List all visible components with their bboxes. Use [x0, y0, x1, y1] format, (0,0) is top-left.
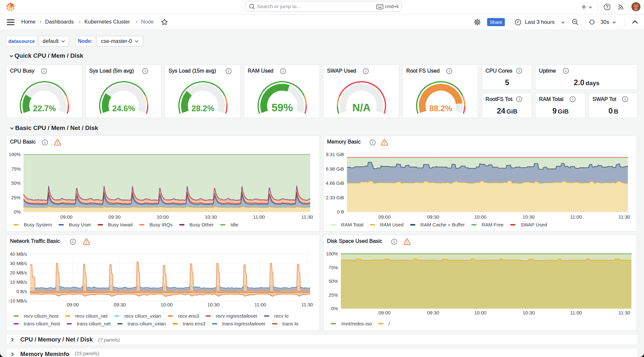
svg-text:recv lo: recv lo	[274, 313, 288, 319]
svg-text:25%: 25%	[11, 195, 21, 200]
svg-text:88.2%: 88.2%	[429, 104, 452, 113]
svg-text:30 MB/s: 30 MB/s	[10, 261, 27, 266]
svg-text:24.6%: 24.6%	[112, 104, 135, 113]
svg-text:100%: 100%	[9, 152, 21, 157]
svg-text:recv cilium_host: recv cilium_host	[24, 313, 59, 319]
svg-text:SWAP Used: SWAP Used	[521, 222, 547, 227]
svg-text:75%: 75%	[329, 265, 338, 270]
svg-text:10:00: 10:00	[474, 214, 486, 220]
svg-text:11:00: 11:00	[570, 310, 582, 315]
svg-text:/: /	[389, 321, 390, 326]
svg-text:trans ingressfailover: trans ingressfailover	[222, 321, 265, 326]
svg-text:09:30: 09:30	[427, 214, 439, 220]
svg-text:59%: 59%	[272, 102, 293, 114]
svg-text:10:00: 10:00	[157, 214, 169, 220]
svg-text:recv cilium_vxlan: recv cilium_vxlan	[124, 313, 161, 319]
svg-text:4.66 GiB: 4.66 GiB	[326, 181, 344, 186]
svg-text:trans cilium_vxlan: trans cilium_vxlan	[128, 321, 166, 326]
svg-text:11:00: 11:00	[570, 214, 582, 220]
svg-text:10:00: 10:00	[474, 310, 486, 315]
svg-text:0 B/s: 0 B/s	[16, 289, 27, 294]
svg-text:09:00: 09:00	[67, 302, 79, 307]
svg-text:0%: 0%	[331, 306, 338, 311]
svg-text:09:30: 09:30	[109, 214, 121, 220]
svg-text:50%: 50%	[329, 279, 338, 284]
svg-text:0%: 0%	[14, 209, 21, 214]
svg-text:100%: 100%	[326, 251, 338, 256]
svg-text:0 B: 0 B	[337, 209, 344, 214]
svg-text:11:00: 11:00	[255, 302, 266, 307]
svg-text:Busy User: Busy User	[69, 222, 91, 227]
svg-text:Busy IRQs: Busy IRQs	[149, 222, 173, 227]
svg-text:RAM Used: RAM Used	[380, 222, 404, 227]
svg-text:RAM Cache + Buffer: RAM Cache + Buffer	[420, 222, 465, 227]
svg-text:11:30: 11:30	[619, 214, 630, 220]
svg-text:10:30: 10:30	[523, 310, 535, 315]
svg-text:11:30: 11:30	[301, 214, 313, 220]
svg-text:2.33 GiB: 2.33 GiB	[326, 195, 344, 200]
svg-text:28.2%: 28.2%	[192, 104, 215, 113]
svg-text:50%: 50%	[11, 181, 21, 186]
svg-text:11:30: 11:30	[301, 302, 313, 307]
svg-text:6.98 GiB: 6.98 GiB	[326, 166, 344, 172]
svg-text:trans cilium_host: trans cilium_host	[24, 321, 60, 326]
svg-text:10:30: 10:30	[207, 302, 220, 307]
svg-text:trans cilium_net: trans cilium_net	[77, 321, 111, 326]
svg-text:/mnt/redos-iso: /mnt/redos-iso	[341, 321, 372, 326]
svg-text:9.31 GiB: 9.31 GiB	[326, 152, 344, 157]
svg-text:trans ens3: trans ens3	[183, 321, 206, 326]
svg-text:40 MB/s: 40 MB/s	[10, 252, 27, 257]
svg-text:25%: 25%	[329, 293, 338, 298]
svg-text:recv cilium_net: recv cilium_net	[75, 313, 108, 319]
svg-text:RAM Free: RAM Free	[482, 222, 504, 227]
svg-text:recv ens3: recv ens3	[178, 313, 199, 319]
svg-text:09:00: 09:00	[379, 214, 391, 220]
svg-text:N/A: N/A	[352, 102, 371, 114]
svg-text:09:30: 09:30	[427, 310, 439, 315]
svg-text:recv ingressfailover: recv ingressfailover	[216, 313, 257, 319]
svg-text:RAM Total: RAM Total	[341, 222, 363, 227]
svg-text:09:00: 09:00	[60, 214, 72, 220]
svg-text:-10 MB/s: -10 MB/s	[8, 298, 27, 303]
svg-text:Busy Iowait: Busy Iowait	[108, 222, 133, 227]
svg-text:09:00: 09:00	[379, 310, 391, 315]
svg-text:11:30: 11:30	[619, 310, 630, 315]
svg-text:75%: 75%	[11, 166, 21, 172]
svg-text:10 MB/s: 10 MB/s	[10, 280, 27, 285]
svg-text:Idle: Idle	[230, 222, 238, 227]
svg-text:10:30: 10:30	[523, 214, 535, 220]
svg-text:10:30: 10:30	[205, 214, 217, 220]
svg-text:trans lo: trans lo	[282, 321, 298, 326]
svg-text:20 MB/s: 20 MB/s	[10, 270, 27, 275]
svg-text:22.7%: 22.7%	[33, 104, 56, 113]
svg-text:11:00: 11:00	[253, 214, 265, 220]
svg-text:09:30: 09:30	[114, 302, 126, 307]
svg-text:Busy System: Busy System	[24, 222, 52, 227]
svg-text:10:00: 10:00	[160, 302, 173, 307]
svg-text:Busy Other: Busy Other	[189, 222, 214, 227]
